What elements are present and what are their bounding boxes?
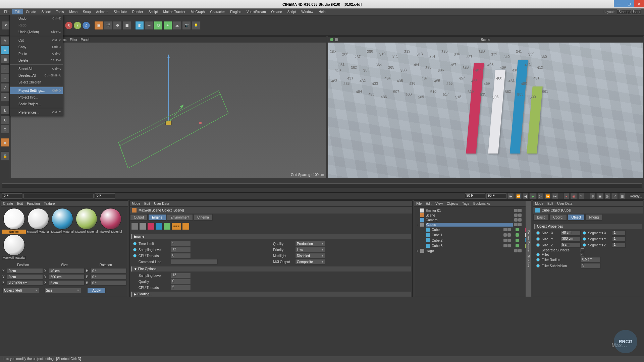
engine-chip-6-icon[interactable] xyxy=(182,223,190,230)
timeline-ruler[interactable] xyxy=(2,183,642,188)
frame-end-field[interactable]: 90 F xyxy=(465,193,485,199)
menu-edit[interactable]: Edit xyxy=(12,9,23,14)
menu-sculpt[interactable]: Sculpt xyxy=(146,9,161,14)
vp-tab-panel[interactable]: Panel xyxy=(81,38,90,42)
edit-menu-select-all[interactable]: Select AllCtrl+A xyxy=(10,65,63,72)
keyframe-icon[interactable]: ? xyxy=(578,193,584,199)
axis-mode-icon[interactable]: L xyxy=(1,106,9,115)
frame-slider[interactable] xyxy=(23,194,94,198)
render-pict-icon[interactable]: 🎬 xyxy=(104,21,112,30)
frame-range-field[interactable]: 90 F xyxy=(486,193,506,199)
pos-x-field[interactable]: 0 cm xyxy=(7,268,43,274)
fire-button[interactable]: FIRE xyxy=(171,223,181,230)
edit-menu-delete[interactable]: DeleteBS, Del xyxy=(10,57,63,64)
coord-apply-button[interactable]: Apply xyxy=(87,288,106,293)
render-canvas[interactable]: 2852862872883103113123133143353363373383… xyxy=(328,43,643,178)
add-camera-icon[interactable]: 📷 xyxy=(182,21,191,30)
edge-mode-icon[interactable]: ╱ xyxy=(1,83,9,92)
material-swatch-5[interactable]: Maxwell Material xyxy=(2,234,26,260)
next-frame-icon[interactable]: ▷ xyxy=(537,193,543,199)
edit-menu-cut[interactable]: CutCtrl+X xyxy=(10,37,63,44)
menu-animate[interactable]: Animate xyxy=(93,9,111,14)
viewport-solo-icon[interactable]: ◐ xyxy=(1,115,9,124)
cube-subtab-basic[interactable]: Basic xyxy=(533,214,549,221)
size-y-field[interactable]: 300 cm xyxy=(49,274,85,280)
axis-x-toggle-icon[interactable]: X xyxy=(65,21,73,29)
step-fwd-icon[interactable]: ⏩ xyxy=(545,193,551,199)
attr-tab-userdata[interactable]: User Data xyxy=(154,202,169,205)
material-swatch-1[interactable]: Maxwell Material xyxy=(26,208,50,234)
add-light-icon[interactable]: 💡 xyxy=(192,21,200,30)
goto-end-icon[interactable]: ⏭ xyxy=(552,193,558,199)
sampling-radio[interactable] xyxy=(133,248,137,251)
material-swatch-0[interactable]: Emitter xyxy=(2,208,26,234)
render-view-icon[interactable]: ▣ xyxy=(94,21,103,30)
fillet-checkbox[interactable] xyxy=(581,253,584,256)
quality-select[interactable]: Production▼ xyxy=(295,241,325,246)
add-cube-icon[interactable]: ◧ xyxy=(135,21,144,30)
material-swatch-2[interactable]: Maxwell Material xyxy=(51,208,74,234)
record-icon[interactable]: ● xyxy=(564,193,570,199)
play-icon[interactable]: ▶ xyxy=(530,193,536,199)
window-minimize-button[interactable]: — xyxy=(614,0,624,7)
render-pause-icon[interactable] xyxy=(335,38,338,41)
cube-subtab-phong[interactable]: Phong xyxy=(585,214,602,221)
attr-tab-mode[interactable]: Mode xyxy=(132,202,140,205)
engine-chip-4-icon[interactable] xyxy=(155,223,163,230)
fillet-radio[interactable] xyxy=(536,253,540,256)
cpu-field[interactable]: 0 xyxy=(171,253,191,258)
coord-mode-right[interactable]: Size▼ xyxy=(44,288,81,293)
add-deformer-icon[interactable]: ✦ xyxy=(163,21,172,30)
obj-tab-file[interactable]: File xyxy=(416,202,422,205)
obj-tab-edit[interactable]: Edit xyxy=(426,202,431,205)
menu-plugins[interactable]: Plugins xyxy=(227,9,244,14)
priority-select[interactable]: Low▼ xyxy=(295,247,325,252)
separate-checkbox[interactable] xyxy=(581,248,584,252)
menu-select[interactable]: Select xyxy=(39,9,53,14)
param-key-icon[interactable]: P xyxy=(612,193,618,199)
edit-menu-deselect-all[interactable]: Deselect AllCtrl+Shift+A xyxy=(10,72,63,79)
content-browser-tab[interactable]: Content Browser Structure xyxy=(526,201,531,297)
scale-key-icon[interactable]: ▣ xyxy=(597,193,603,199)
axis-z-toggle-icon[interactable]: Z xyxy=(82,21,90,29)
obj-tab-view[interactable]: View xyxy=(435,202,443,205)
size-y-radio[interactable] xyxy=(536,237,540,241)
cube-size-x-field[interactable]: 40 cm xyxy=(560,230,581,236)
menu-snap[interactable]: Snap xyxy=(80,9,93,14)
mat-tab-texture[interactable]: Texture xyxy=(44,202,55,205)
edit-menu-select-children[interactable]: Select Children xyxy=(10,79,63,85)
mat-tab-function[interactable]: Function xyxy=(27,202,40,205)
vp-tab-filter[interactable]: Filter xyxy=(70,38,77,42)
goto-start-icon[interactable]: ⏮ xyxy=(508,193,514,199)
sampling-field[interactable]: 12 xyxy=(171,247,191,252)
cube-seg-y-field[interactable]: 1 xyxy=(612,236,626,242)
engine-chip-3-icon[interactable] xyxy=(147,223,155,230)
edit-menu-scale-project-[interactable]: Scale Project... xyxy=(10,101,63,107)
texture-mode-icon[interactable]: ▦ xyxy=(1,55,9,64)
scene-tab-engine[interactable]: Engine xyxy=(148,214,166,221)
mat-tab-edit[interactable]: Edit xyxy=(17,202,23,205)
menu-script[interactable]: Script xyxy=(285,9,299,14)
object-row-cubes[interactable]: -Cubes xyxy=(416,222,530,227)
obj-tab-tags[interactable]: Tags xyxy=(462,202,469,205)
edit-menu-undo-action-[interactable]: Undo (Action)Shift+Z xyxy=(10,28,63,35)
edit-menu-project-info-[interactable]: Project Info... xyxy=(10,94,63,101)
object-row-scene[interactable]: Scene xyxy=(416,213,530,218)
seg-z-radio[interactable] xyxy=(583,243,586,247)
floating-section-header[interactable]: ▶ Floating... xyxy=(131,292,411,297)
fillet-sub-field[interactable]: 5 xyxy=(581,263,601,268)
cube-subtab-object[interactable]: Object xyxy=(568,214,585,221)
menu-render[interactable]: Render xyxy=(129,9,146,14)
cube-subtab-coord[interactable]: Coord. xyxy=(549,214,567,221)
size-z-field[interactable]: 5 cm xyxy=(49,280,85,286)
frame-start-field[interactable]: 0 F xyxy=(2,193,22,199)
time-limit-radio[interactable] xyxy=(133,242,137,245)
seg-y-radio[interactable] xyxy=(583,237,586,241)
menu-character[interactable]: Character xyxy=(207,9,227,14)
render-region-icon[interactable]: ▦ xyxy=(122,21,131,30)
scene-tab-cinema[interactable]: Cinema xyxy=(194,214,212,221)
rot-p-field[interactable]: 0 ° xyxy=(91,274,126,280)
object-row-cube[interactable]: Cube xyxy=(416,227,530,232)
menu-motion-tracker[interactable]: Motion Tracker xyxy=(161,9,188,14)
size-x-radio[interactable] xyxy=(536,231,540,235)
